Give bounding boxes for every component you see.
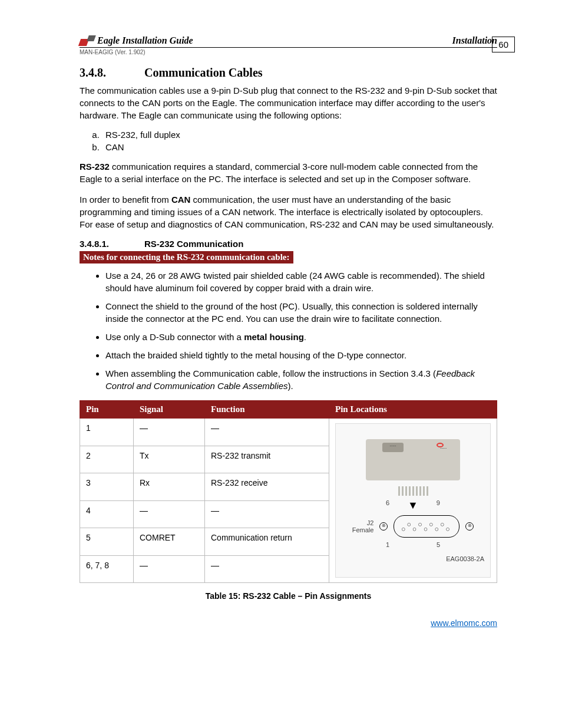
col-pin: Pin: [80, 401, 134, 419]
brand-logo-icon: [80, 35, 95, 46]
notes-list: Use a 24, 26 or 28 AWG twisted pair shie…: [80, 269, 497, 392]
page-number: 60: [492, 37, 515, 52]
options-list: RS-232, full duplex CAN: [80, 130, 497, 152]
pin-location-diagram: 6 ▼ 9 J2Female ⊗ ○ ○ ○ ○○ ○ ○ ○ ○: [335, 423, 491, 578]
can-paragraph: In order to benefit from CAN communicati…: [80, 193, 497, 230]
list-item: RS-232, full duplex: [102, 130, 497, 140]
list-item: CAN: [102, 142, 497, 152]
col-signal: Signal: [134, 401, 205, 419]
table-caption: Table 15: RS-232 Cable – Pin Assignments: [80, 591, 497, 601]
dsub-diagram-icon: ○ ○ ○ ○○ ○ ○ ○ ○: [394, 515, 459, 538]
notes-banner: Notes for connecting the RS-232 communic…: [80, 251, 293, 263]
page-header: Eagle Installation Guide Installation: [80, 35, 497, 48]
list-item: When assembling the Communication cable,…: [105, 367, 497, 392]
col-function: Function: [205, 401, 329, 419]
table-row: 1—— 6 ▼ 9: [80, 419, 497, 446]
footer-url[interactable]: www.elmomc.com: [80, 618, 497, 628]
circled-port-icon: [437, 443, 444, 447]
dsub-port-icon: [382, 443, 404, 452]
screw-icon: ⊗: [465, 522, 474, 531]
col-pinloc: Pin Locations: [329, 401, 497, 419]
rs232-paragraph: RS-232 communication requires a standard…: [80, 160, 497, 185]
list-item: Attach the braided shield tightly to the…: [105, 349, 497, 361]
intro-paragraph: The communication cables use a 9-pin D-S…: [80, 84, 497, 121]
list-item: Use only a D-Sub connector with a metal …: [105, 331, 497, 343]
list-item: Connect the shield to the ground of the …: [105, 300, 497, 325]
pin-labels-bottom: 15: [372, 541, 454, 548]
document-id: MAN-EAGIG (Ver. 1.902): [80, 49, 497, 55]
pin-location-diagram-cell: 6 ▼ 9 J2Female ⊗ ○ ○ ○ ○○ ○ ○ ○ ○: [329, 419, 497, 583]
section-name: Installation: [452, 35, 497, 46]
connector-diagram: J2Female ⊗ ○ ○ ○ ○○ ○ ○ ○ ○ ⊗: [352, 515, 474, 538]
list-item: Use a 24, 26 or 28 AWG twisted pair shie…: [105, 269, 497, 294]
heading-3-4-8: 3.4.8.Communication Cables: [80, 66, 497, 80]
connector-photo: [366, 439, 460, 480]
pin-assignment-table: Pin Signal Function Pin Locations 1——: [80, 400, 497, 583]
pin-labels-top: 6 ▼ 9: [372, 499, 454, 512]
screw-icon: ⊗: [379, 522, 388, 531]
doc-title: Eagle Installation Guide: [97, 35, 193, 46]
arrow-down-icon: ▼: [408, 499, 418, 512]
diagram-code: EAG0038-2A: [446, 555, 484, 562]
heading-3-4-8-1: 3.4.8.1.RS-232 Communication: [80, 239, 497, 249]
heatsink-icon: [366, 484, 460, 496]
